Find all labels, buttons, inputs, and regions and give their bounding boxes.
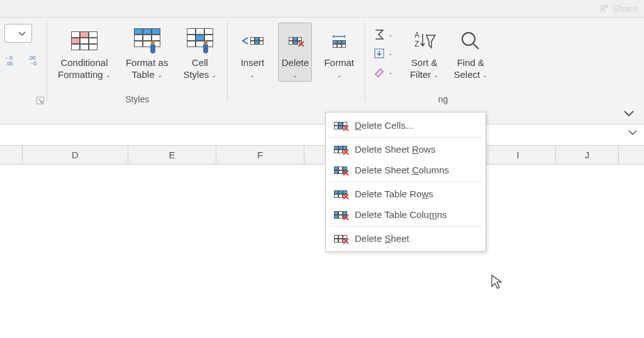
delete-table-rows-icon: [333, 190, 347, 198]
svg-point-9: [462, 33, 475, 45]
autosum-button[interactable]: ⌄: [373, 29, 393, 40]
insert-cells-icon: [242, 26, 264, 56]
chevron-down-icon: [18, 30, 26, 36]
spreadsheet-grid[interactable]: [0, 165, 644, 338]
menu-item-label: Delete Sheet Rows: [355, 144, 435, 155]
delete-button[interactable]: Delete ⌄: [278, 23, 312, 82]
menu-separator: [330, 226, 482, 227]
svg-text:A: A: [414, 31, 419, 40]
menu-item-delete-sheet[interactable]: Delete Sheet: [326, 228, 486, 249]
column-header[interactable]: F: [216, 146, 304, 164]
svg-point-1: [605, 5, 608, 8]
expand-formula-bar-button[interactable]: [628, 128, 638, 138]
fill-down-icon: [373, 48, 386, 59]
fill-button[interactable]: ⌄: [373, 48, 393, 59]
magnifier-icon: [458, 26, 482, 56]
insert-button[interactable]: Insert ⌄: [235, 23, 269, 82]
menu-item-delete-table-rows[interactable]: Delete Table Rows: [326, 183, 486, 204]
conditional-formatting-button[interactable]: Conditional Formatting ⌄: [55, 23, 114, 82]
delete-sheet-icon: [333, 235, 347, 243]
conditional-formatting-label-2: Formatting: [58, 69, 103, 80]
menu-item-delete-sheet-rows[interactable]: Delete Sheet Rows: [326, 139, 486, 160]
number-dialog-launcher-icon[interactable]: ↘: [36, 97, 44, 104]
column-header[interactable]: D: [23, 146, 128, 164]
menu-item-label: Delete Table Rows: [355, 188, 433, 199]
menu-item-label: Delete Sheet Columns: [355, 165, 449, 175]
collapse-ribbon-button[interactable]: [623, 109, 635, 120]
delete-table-columns-icon: [333, 211, 347, 219]
find-select-button[interactable]: Find & Select ⌄: [450, 23, 491, 82]
menu-separator: [330, 137, 482, 138]
chevron-down-icon: ⌄: [292, 72, 297, 80]
chevron-down-icon: ⌄: [433, 72, 438, 80]
conditional-formatting-icon: [71, 26, 97, 56]
chevron-down-icon: ⌄: [106, 72, 111, 80]
number-format-combo[interactable]: [4, 24, 32, 43]
increase-decimal-button[interactable]: ←0.00: [4, 54, 21, 68]
styles-group-label: Styles: [47, 94, 227, 106]
chevron-down-icon: ⌄: [388, 31, 393, 38]
chevron-down-icon: ⌄: [482, 72, 487, 80]
chevron-down-icon: ⌄: [157, 72, 162, 80]
menu-item-delete-cells[interactable]: Delete Cells...: [326, 115, 486, 136]
format-cells-icon: [332, 26, 346, 56]
svg-point-0: [601, 6, 604, 9]
column-headers: DEFIJ: [0, 146, 644, 165]
cell-styles-label-2: Styles: [183, 69, 209, 80]
sigma-icon: [373, 29, 386, 40]
cells-group: Insert ⌄ Delete ⌄: [228, 18, 365, 106]
eraser-icon: [373, 67, 386, 78]
cells-group-label: [228, 94, 365, 106]
share-button[interactable]: Share: [599, 3, 638, 14]
chevron-down-icon: ⌄: [250, 72, 255, 80]
share-label: Share: [613, 3, 638, 14]
number-group-partial: ←0.00 .00→0 ↘: [5, 18, 47, 106]
sort-filter-button[interactable]: A Z Sort & Filter ⌄: [407, 23, 442, 82]
menu-item-label: Delete Cells...: [355, 120, 413, 131]
column-header[interactable]: E: [128, 146, 216, 164]
delete-sheet-columns-icon: [333, 166, 347, 174]
svg-text:→0: →0: [28, 60, 36, 67]
format-as-table-label-2: Table: [132, 69, 155, 80]
cursor-icon: [491, 274, 504, 290]
menu-item-label: Delete Table Columns: [355, 209, 447, 220]
cell-styles-label-1: Cell: [192, 57, 208, 68]
clear-button[interactable]: ⌄: [373, 67, 393, 78]
cell-styles-icon: [187, 26, 213, 56]
select-all-corner[interactable]: [0, 146, 23, 164]
delete-sheet-rows-icon: [333, 146, 347, 153]
menu-separator: [330, 182, 482, 182]
sort-filter-label-2: Filter: [410, 69, 431, 80]
chevron-down-icon: ⌄: [336, 72, 341, 80]
chevron-down-icon: ⌄: [388, 50, 393, 57]
format-button[interactable]: Format ⌄: [321, 23, 357, 82]
title-bar: Share: [0, 0, 644, 18]
format-as-table-icon: [134, 26, 160, 56]
formula-bar[interactable]: [0, 124, 644, 146]
menu-item-delete-sheet-columns[interactable]: Delete Sheet Columns: [326, 160, 486, 180]
find-select-label-2: Select: [453, 69, 480, 80]
chevron-down-icon: ⌄: [388, 69, 393, 75]
format-as-table-label-1: Format as: [126, 57, 169, 68]
cell-styles-button[interactable]: Cell Styles ⌄: [180, 23, 219, 82]
delete-cells-icon: [289, 26, 302, 56]
chevron-down-icon: [623, 109, 635, 117]
chevron-down-icon: [628, 129, 638, 136]
sort-filter-icon: A Z: [413, 26, 436, 56]
menu-item-delete-table-columns[interactable]: Delete Table Columns: [326, 204, 486, 225]
svg-text:.00: .00: [6, 60, 13, 67]
share-icon: [599, 4, 609, 14]
decrease-decimal-button[interactable]: .00→0: [28, 54, 45, 68]
delete-dropdown-menu: Delete Cells...Delete Sheet RowsDelete S…: [325, 112, 486, 252]
column-header[interactable]: I: [480, 146, 556, 164]
delete-label: Delete: [282, 57, 309, 68]
sort-filter-label-1: Sort &: [411, 57, 438, 68]
conditional-formatting-label-1: Conditional: [60, 57, 108, 68]
menu-item-label: Delete Sheet: [355, 233, 409, 244]
svg-text:Z: Z: [414, 40, 419, 48]
chevron-down-icon: ⌄: [211, 72, 216, 80]
column-header[interactable]: J: [556, 146, 619, 164]
format-label: Format: [324, 57, 354, 68]
format-as-table-button[interactable]: Format as Table ⌄: [123, 23, 172, 82]
insert-label: Insert: [241, 57, 265, 68]
